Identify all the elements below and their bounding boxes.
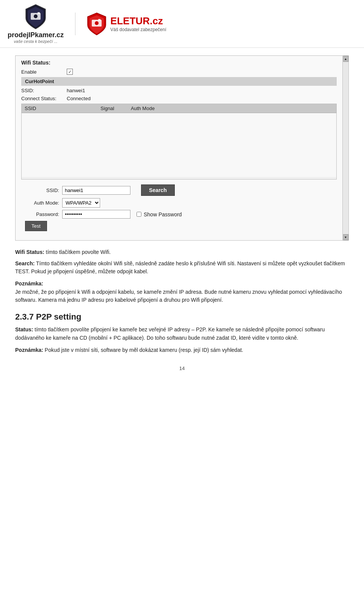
poznamka2-label: Poznámka: xyxy=(15,347,43,353)
poznamka-text: Je možné, že po připojení k Wifi a odpoj… xyxy=(15,289,342,303)
auth-mode-row: Auth Mode: WPA/WPA2 xyxy=(25,198,333,208)
search-button[interactable]: Search xyxy=(141,184,175,196)
password-label: Password: xyxy=(25,211,59,217)
ssid-input-label: SSID: xyxy=(25,187,59,193)
wifi-status-paragraph: Wifi Status: tímto tlačítkem povolte Wif… xyxy=(15,248,349,257)
poznamka-label: Poznámka: xyxy=(15,280,43,287)
svg-point-4 xyxy=(95,21,99,25)
svg-rect-2 xyxy=(38,12,40,14)
text-section: Wifi Status: tímto tlačítkem povolte Wif… xyxy=(15,248,349,354)
curhotpoint-title: CurHotPoint xyxy=(21,77,337,86)
eletur-name: ELETUR.cz xyxy=(110,15,166,27)
wifi-status-title: Wifi Status: xyxy=(21,60,337,66)
search-bold-label: Search: xyxy=(15,260,35,266)
table-col-signal: Signal xyxy=(100,106,131,111)
ssid-display-row: SSID: hanwei1 xyxy=(21,88,337,93)
wifi-status-bold-label: Wifi Status: xyxy=(15,249,44,255)
auth-mode-label: Auth Mode: xyxy=(25,200,59,206)
brand-name: prodejIPkamer.cz xyxy=(8,31,64,39)
header-divider xyxy=(75,13,75,35)
wifi-panel-inner: Wifi Status: Enable ✓ CurHotPoint SSID: … xyxy=(16,56,342,240)
eletur-logo-text: ELETUR.cz Váš dodavatel zabezpečení xyxy=(110,15,166,32)
show-password-label: Show Password xyxy=(144,211,182,217)
show-password-checkbox[interactable] xyxy=(136,212,141,217)
search-text: Tímto tlačítkem vyhledáte okolní Wifi sí… xyxy=(15,260,345,275)
connect-status-label: Connect Status: xyxy=(21,96,67,101)
status-text: tímto tlačítkem povolíte připojení ke ka… xyxy=(15,326,325,341)
poznamka2-block: Poznámka: Pokud jste v místní síti, soft… xyxy=(15,346,349,355)
eletur-tagline: Váš dodavatel zabezpečení xyxy=(110,27,166,32)
wifi-form: SSID: Search Auth Mode: WPA/WPA2 Passwor… xyxy=(21,181,337,236)
show-password-row: Show Password xyxy=(136,211,182,217)
poznamka2-paragraph: Poznámka: Pokud jste v místní síti, soft… xyxy=(15,346,349,355)
wifi-table-body xyxy=(22,113,336,177)
auth-mode-select[interactable]: WPA/WPA2 xyxy=(62,198,100,208)
wifi-status-text: tímto tlačítkem povolte Wifi. xyxy=(44,249,111,255)
ssid-input-row: SSID: Search xyxy=(25,184,333,196)
svg-point-1 xyxy=(34,14,38,18)
logo-left: prodejIPkamer.cz vaše cesta k bezpečí ..… xyxy=(8,4,64,44)
test-button-row: Test xyxy=(25,221,333,231)
poznamka2-text: Pokud jste v místní síti, software by mě… xyxy=(45,347,243,353)
password-row: Password: Show Password xyxy=(25,210,333,219)
table-col-ssid: SSID xyxy=(25,106,100,111)
page-header: prodejIPkamer.cz vaše cesta k bezpečí ..… xyxy=(0,0,364,48)
ssid-display-value: hanwei1 xyxy=(67,88,85,93)
status-bold-label: Status: xyxy=(15,326,33,332)
shield-right-icon xyxy=(87,12,107,36)
password-input[interactable] xyxy=(62,210,130,219)
page-number: 14 xyxy=(15,366,349,371)
enable-label: Enable xyxy=(21,69,67,75)
enable-checkbox[interactable]: ✓ xyxy=(67,69,73,75)
shield-left-icon xyxy=(25,4,47,30)
wifi-table-container: SSID Signal Auth Mode xyxy=(21,104,337,180)
section-heading: 2.3.7 P2P setting xyxy=(15,312,349,322)
scrollbar-right[interactable]: ▲ ▼ xyxy=(342,56,348,240)
search-paragraph: Search: Tímto tlačítkem vyhledáte okolní… xyxy=(15,260,349,276)
ssid-display-label: SSID: xyxy=(21,88,67,93)
scrollbar-up-arrow[interactable]: ▲ xyxy=(343,56,348,62)
test-button[interactable]: Test xyxy=(25,221,47,231)
wifi-panel: ▲ ▼ Wifi Status: Enable ✓ CurHotPoint SS… xyxy=(15,55,349,241)
enable-row: Enable ✓ xyxy=(21,69,337,75)
scrollbar-down-arrow[interactable]: ▼ xyxy=(343,234,348,240)
poznamka-paragraph: Poznámka: Je možné, že po připojení k Wi… xyxy=(15,280,349,304)
main-content: ▲ ▼ Wifi Status: Enable ✓ CurHotPoint SS… xyxy=(0,48,364,379)
table-col-auth: Auth Mode xyxy=(131,106,333,111)
poznamka-block: Poznámka: Je možné, že po připojení k Wi… xyxy=(15,280,349,304)
status-paragraph: Status: tímto tlačítkem povolíte připoje… xyxy=(15,326,349,342)
connect-status-value: Connected xyxy=(67,96,91,101)
svg-rect-5 xyxy=(98,19,100,21)
wifi-table-header: SSID Signal Auth Mode xyxy=(22,104,336,113)
brand-tagline: vaše cesta k bezpečí ... xyxy=(14,39,58,44)
connect-status-row: Connect Status: Connected xyxy=(21,96,337,101)
ssid-input[interactable] xyxy=(62,186,130,195)
logo-right-group: ELETUR.cz Váš dodavatel zabezpečení xyxy=(87,12,166,36)
